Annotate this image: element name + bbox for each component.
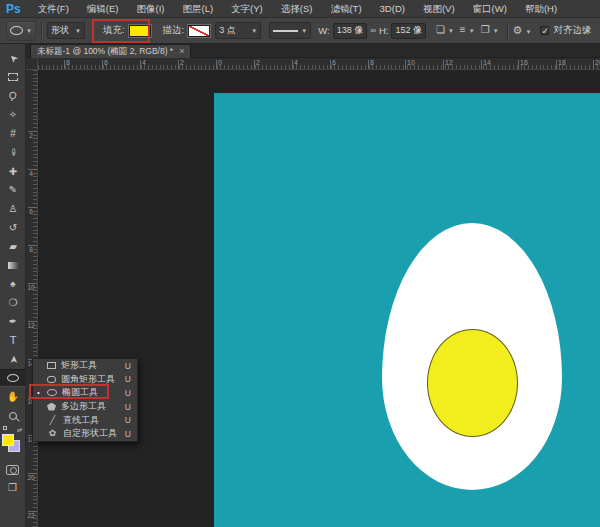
- ruler-h-label: 10: [407, 59, 415, 67]
- ruler-h-label: 2: [180, 59, 184, 67]
- ruler-h-label: 0: [218, 59, 222, 67]
- flyout-item-rectangle-tool[interactable]: 矩形工具 U: [33, 359, 137, 373]
- rounded-rectangle-icon: [47, 376, 56, 383]
- menu-item-help[interactable]: 帮助(H): [516, 0, 566, 18]
- tool-zoom[interactable]: [0, 406, 26, 425]
- menu-item-layer[interactable]: 图层(L): [173, 0, 222, 18]
- tool-gradient[interactable]: [0, 256, 26, 275]
- menu-item-edit[interactable]: 编辑(E): [78, 0, 128, 18]
- tool-brush[interactable]: ✎: [0, 181, 26, 200]
- stroke-width-combo[interactable]: 3 点 ▼: [215, 22, 261, 39]
- tool-hand[interactable]: ✋: [0, 387, 26, 406]
- flyout-label: 自定形状工具: [63, 427, 120, 440]
- ruler-v-label: 10: [27, 285, 35, 292]
- align-edges-checkbox[interactable]: ✓: [540, 26, 549, 35]
- path-alignment-button[interactable]: ≡▼: [460, 25, 475, 36]
- tool-pen[interactable]: ✒: [0, 312, 26, 331]
- tool-history-brush[interactable]: ↺: [0, 218, 26, 237]
- tool-preset-picker[interactable]: ▼: [6, 21, 36, 41]
- tool-path-selection[interactable]: ➤: [0, 350, 26, 369]
- path-arrangement-button[interactable]: ❐▼: [481, 25, 499, 36]
- tool-clone-stamp[interactable]: ♙: [0, 199, 26, 218]
- selected-bullet: •: [37, 390, 40, 396]
- ellipse-icon: [47, 389, 57, 396]
- tool-type[interactable]: T: [0, 331, 26, 350]
- tool-mode-select[interactable]: 形状 ▼: [47, 22, 85, 39]
- vertical-ruler[interactable]: 2 4 6 8 10 12 14 16 18 20 22: [26, 70, 38, 527]
- tool-dodge[interactable]: ❍: [0, 293, 26, 312]
- ruler-h-label: 2: [256, 59, 260, 67]
- flyout-item-rounded-rectangle-tool[interactable]: 圆角矩形工具 U: [33, 373, 137, 387]
- eraser-icon: ▰: [9, 241, 17, 252]
- menu-item-window[interactable]: 窗口(W): [464, 0, 516, 18]
- tool-crop[interactable]: #: [0, 124, 26, 143]
- tool-ellipse-shape[interactable]: [0, 369, 26, 388]
- horizontal-ruler[interactable]: 8 6 4 2 0 2 4 6 8 10 12 14 16 18 20: [26, 58, 600, 70]
- width-label: W:: [318, 25, 329, 36]
- default-colors-icon[interactable]: [3, 426, 7, 430]
- ellipse-tool-icon: [7, 374, 19, 382]
- chevron-down-icon: ▼: [26, 28, 32, 34]
- tool-healing-brush[interactable]: ✚: [0, 162, 26, 181]
- crop-icon: #: [10, 128, 16, 139]
- move-icon: ➤: [6, 52, 20, 66]
- tool-mode-value: 形状: [51, 24, 69, 37]
- document-tab[interactable]: 未标题-1 @ 100% (椭圆 2, RGB/8) * ×: [30, 44, 191, 58]
- flyout-item-custom-shape-tool[interactable]: ✿ 自定形状工具 U: [33, 427, 137, 441]
- rectangle-icon: [47, 362, 56, 369]
- flyout-item-polygon-tool[interactable]: 多边形工具 U: [33, 400, 137, 414]
- flyout-label: 多边形工具: [61, 400, 120, 413]
- menu-bar: Ps 文件(F) 编辑(E) 图像(I) 图层(L) 文字(Y) 选择(S) 滤…: [0, 0, 600, 18]
- menu-item-file[interactable]: 文件(F): [29, 0, 78, 18]
- marquee-icon: [8, 73, 18, 81]
- menu-item-filter[interactable]: 滤镜(T): [321, 0, 370, 18]
- swatch-mini-controls: ⇄: [0, 425, 25, 433]
- tool-marquee[interactable]: [0, 68, 26, 87]
- flyout-item-line-tool[interactable]: ╱ 直线工具 U: [33, 413, 137, 427]
- menu-item-image[interactable]: 图像(I): [128, 0, 174, 18]
- ps-logo: Ps: [0, 2, 29, 16]
- swap-colors-icon[interactable]: ⇄: [17, 426, 22, 433]
- link-dimensions-icon[interactable]: ∞: [370, 26, 376, 36]
- chevron-down-icon: ▼: [251, 28, 257, 34]
- tool-move[interactable]: ➤: [0, 49, 26, 68]
- document-title: 未标题-1 @ 100% (椭圆 2, RGB/8) *: [37, 46, 173, 58]
- fill-label: 填充:: [103, 24, 125, 37]
- menu-item-select[interactable]: 选择(S): [272, 0, 322, 18]
- path-operations-button[interactable]: ❏▼: [436, 25, 454, 36]
- stroke-color-swatch[interactable]: [188, 25, 210, 37]
- tool-blur[interactable]: ♠: [0, 275, 26, 294]
- ruler-h-label: 4: [142, 59, 146, 67]
- quick-mask-button[interactable]: [6, 465, 19, 475]
- tool-eyedropper[interactable]: ✑: [0, 143, 26, 162]
- ruler-ticks: [38, 65, 600, 69]
- healing-brush-icon: ✚: [9, 166, 17, 177]
- gear-icon[interactable]: ⚙▼: [513, 25, 532, 37]
- flyout-item-ellipse-tool[interactable]: • 椭圆工具 U: [33, 386, 137, 400]
- ruler-h-label: 6: [104, 59, 108, 67]
- ruler-h-label: 16: [520, 59, 528, 67]
- ruler-v-label: 6: [27, 209, 35, 216]
- height-input[interactable]: 152 像: [391, 23, 426, 39]
- close-tab-icon[interactable]: ×: [179, 47, 184, 56]
- tool-eraser[interactable]: ▰: [0, 237, 26, 256]
- menu-item-view[interactable]: 视图(V): [414, 0, 464, 18]
- pen-icon: ✒: [9, 316, 17, 327]
- menu-item-3d[interactable]: 3D(D): [371, 0, 414, 18]
- width-input[interactable]: 138 像: [333, 23, 368, 39]
- tool-lasso[interactable]: Ϙ: [0, 87, 26, 106]
- tool-quick-selection[interactable]: ✧: [0, 105, 26, 124]
- canvas[interactable]: [214, 93, 600, 527]
- line-icon: ╱: [47, 416, 58, 425]
- ruler-corner[interactable]: [26, 58, 38, 70]
- ruler-h-label: 6: [332, 59, 336, 67]
- stroke-style-combo[interactable]: ▼: [269, 22, 311, 39]
- eyedropper-icon: ✑: [7, 148, 18, 156]
- screen-mode-button[interactable]: ❐: [6, 483, 20, 493]
- color-swatches: [0, 433, 25, 459]
- menu-item-type[interactable]: 文字(Y): [222, 0, 272, 18]
- fill-color-swatch[interactable]: [129, 25, 151, 37]
- separator: [507, 22, 508, 40]
- shortcut-key: U: [125, 361, 133, 371]
- foreground-color-swatch[interactable]: [2, 434, 14, 446]
